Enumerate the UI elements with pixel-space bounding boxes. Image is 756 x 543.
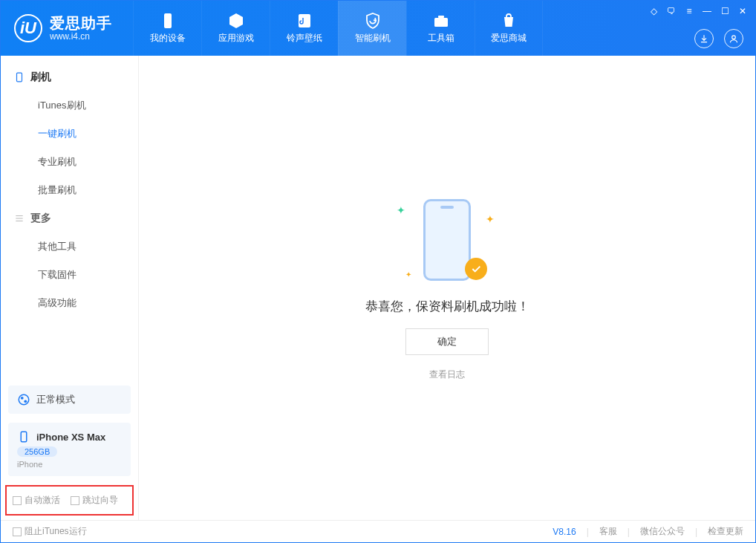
footer-link-wechat[interactable]: 微信公众号 [640,525,685,538]
tab-smart-flash[interactable]: 智能刷机 [338,1,406,56]
sidebar: 刷机 iTunes刷机 一键刷机 专业刷机 批量刷机 更多 其他工具 下载固件 … [1,56,139,520]
view-log-link[interactable]: 查看日志 [429,368,465,381]
list-icon [14,213,25,224]
minimize-button[interactable]: — [699,4,715,19]
refresh-shield-icon [364,12,382,30]
sidebar-group-more: 更多 [1,204,138,233]
download-button[interactable] [694,29,714,48]
svg-rect-3 [438,16,444,18]
success-illustration: ✦ ✦ ✦ [403,195,492,284]
version-label: V8.16 [553,527,576,537]
skip-guide-checkbox[interactable]: 跳过向导 [71,494,118,507]
sidebar-item-pro-flash[interactable]: 专业刷机 [1,148,138,176]
device-type: iPhone [17,460,42,469]
sidebar-item-itunes-flash[interactable]: iTunes刷机 [1,91,138,120]
logo-icon: iU [14,14,42,42]
sidebar-item-other-tools[interactable]: 其他工具 [1,233,138,261]
cube-icon [227,12,245,30]
mode-panel[interactable]: 正常模式 [8,386,131,414]
svg-rect-5 [17,73,22,82]
sparkle-icon: ✦ [397,204,405,216]
window-controls: ◇ 🗨 ≡ — ☐ ✕ [645,4,751,19]
ok-button[interactable]: 确定 [405,328,489,355]
footer-link-support[interactable]: 客服 [599,525,617,538]
device-name: iPhone XS Max [36,432,105,443]
sparkle-icon: ✦ [405,270,411,279]
toolbox-icon [432,12,450,30]
maximize-button[interactable]: ☐ [717,4,733,19]
stop-itunes-checkbox[interactable]: 阻止iTunes运行 [13,525,87,538]
phone-icon [14,72,25,82]
auto-activate-checkbox[interactable]: 自动激活 [13,494,60,507]
check-badge-icon [465,258,487,280]
music-icon [296,12,313,30]
device-small-icon [17,430,30,443]
close-button[interactable]: ✕ [734,4,751,19]
svg-rect-0 [164,13,172,28]
device-storage: 256GB [17,446,57,457]
sidebar-group-flash: 刷机 [1,63,138,91]
svg-rect-9 [21,432,27,442]
menu-icon[interactable]: ≡ [681,4,697,19]
svg-point-4 [732,36,736,39]
footer-link-update[interactable]: 检查更新 [708,525,743,538]
user-button[interactable] [724,29,743,48]
footer: 阻止iTunes运行 V8.16 | 客服 | 微信公众号 | 检查更新 [1,520,755,542]
mode-icon [17,393,30,406]
main-content: ✦ ✦ ✦ 恭喜您，保资料刷机成功啦！ 确定 查看日志 [139,56,755,520]
header: iU 爱思助手 www.i4.cn 我的设备 应用游戏 铃声壁纸 智能刷机 工具… [1,1,755,56]
tab-ringtone-wallpaper[interactable]: 铃声壁纸 [270,1,338,56]
sidebar-item-advanced[interactable]: 高级功能 [1,289,138,317]
svg-point-6 [19,394,29,405]
device-panel[interactable]: iPhone XS Max 256GB iPhone [8,423,131,476]
success-message: 恭喜您，保资料刷机成功啦！ [365,298,529,315]
mode-label: 正常模式 [36,393,75,406]
header-actions [694,29,743,48]
sidebar-item-batch-flash[interactable]: 批量刷机 [1,176,138,204]
sparkle-icon: ✦ [486,213,495,225]
tab-toolbox[interactable]: 工具箱 [406,1,475,56]
tab-store[interactable]: 爱思商城 [475,1,543,56]
options-highlight-box: 自动激活 跳过向导 [5,485,134,516]
theme-icon[interactable]: ◇ [645,4,662,19]
app-name: 爱思助手 [50,15,112,32]
sidebar-item-download-firmware[interactable]: 下载固件 [1,261,138,289]
sidebar-item-oneclick-flash[interactable]: 一键刷机 [1,120,138,148]
tab-apps-games[interactable]: 应用游戏 [201,1,270,56]
tab-my-device[interactable]: 我的设备 [133,1,201,56]
feedback-icon[interactable]: 🗨 [663,4,680,19]
app-url: www.i4.cn [50,32,112,42]
phone-outline-icon [423,199,471,281]
main-tabs: 我的设备 应用游戏 铃声壁纸 智能刷机 工具箱 爱思商城 [133,1,543,56]
svg-rect-2 [434,18,448,27]
device-icon [159,12,177,30]
svg-point-8 [24,400,27,403]
svg-point-7 [21,397,24,400]
store-icon [500,12,518,30]
logo: iU 爱思助手 www.i4.cn [1,14,126,42]
